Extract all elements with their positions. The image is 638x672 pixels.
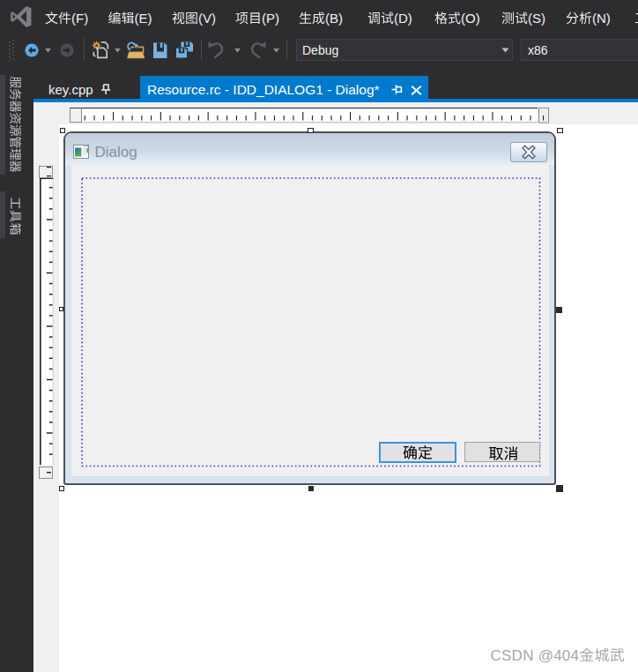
svg-text:(N): (N) xyxy=(592,11,611,26)
svg-text:(P): (P) xyxy=(262,11,279,26)
svg-text:Resource.rc - IDD_DIALOG1 - Di: Resource.rc - IDD_DIALOG1 - Dialog* xyxy=(147,82,380,97)
svg-text:CSDN @404: CSDN @404 xyxy=(491,647,580,664)
svg-text:(O): (O) xyxy=(461,11,480,26)
svg-text:(S): (S) xyxy=(528,11,545,26)
svg-text:x86: x86 xyxy=(528,43,548,57)
svg-text:(B): (B) xyxy=(325,11,343,26)
svg-text:Dialog: Dialog xyxy=(95,144,137,161)
svg-text:(F): (F) xyxy=(71,11,88,26)
svg-text:(D): (D) xyxy=(394,11,412,26)
svg-text:(V): (V) xyxy=(198,11,216,26)
svg-text:key.cpp: key.cpp xyxy=(48,82,93,97)
svg-text:Debug: Debug xyxy=(302,43,338,57)
svg-text:(E): (E) xyxy=(135,11,152,26)
